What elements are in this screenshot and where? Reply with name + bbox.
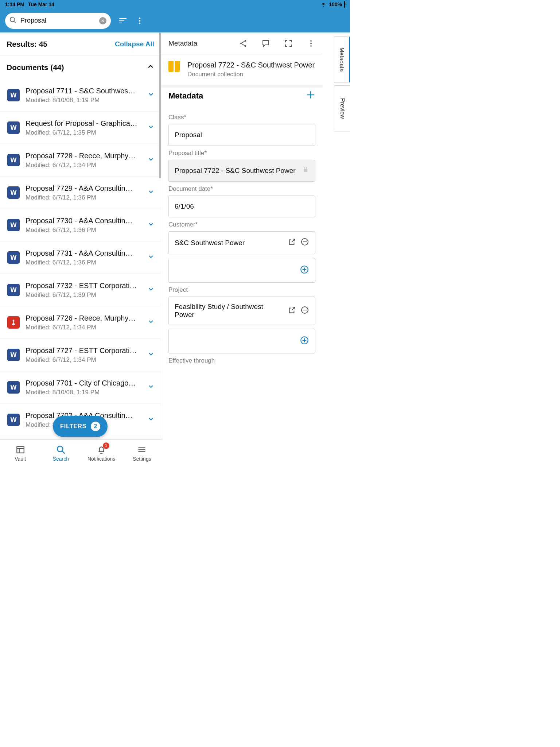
- proposal-title-field: Proposal 7722 - S&C Southwest Power: [168, 160, 315, 182]
- share-icon[interactable]: [239, 39, 248, 48]
- customer-label: Customer*: [168, 221, 315, 228]
- customer-field[interactable]: S&C Southwest Power: [168, 231, 315, 254]
- result-title: Proposal 7730 - A&A Consultin…: [26, 217, 140, 225]
- project-label: Project: [168, 286, 315, 294]
- metadata-section-label: Metadata: [168, 91, 203, 101]
- collapse-all-button[interactable]: Collapse All: [115, 40, 154, 48]
- chevron-down-icon[interactable]: [145, 351, 156, 359]
- remove-customer-icon[interactable]: [300, 237, 309, 248]
- result-title: Proposal 7731 - A&A Consultin…: [26, 249, 140, 258]
- result-title: Proposal 7711 - S&C Southwes…: [26, 87, 140, 95]
- open-project-icon[interactable]: [288, 306, 296, 316]
- status-date: Tue Mar 14: [28, 1, 54, 7]
- chevron-up-icon: [147, 63, 154, 72]
- chevron-down-icon[interactable]: [145, 253, 156, 262]
- bottom-nav: Vault Search 1 Notifications Settings: [0, 439, 162, 467]
- comment-icon[interactable]: [261, 39, 270, 48]
- notification-badge: 1: [103, 442, 109, 449]
- sort-icon[interactable]: [118, 16, 128, 26]
- result-subtitle: Modified: 6/7/12, 1:35 PM: [26, 129, 140, 136]
- svg-point-1: [139, 18, 140, 19]
- result-row[interactable]: WProposal 7730 - A&A Consultin…Modified:…: [0, 209, 161, 241]
- side-tab-preview[interactable]: Preview: [334, 85, 350, 131]
- word-icon: W: [7, 89, 20, 101]
- class-field[interactable]: Proposal: [168, 124, 315, 146]
- detail-more-icon[interactable]: [307, 39, 315, 48]
- fullscreen-icon[interactable]: [284, 39, 293, 48]
- result-subtitle: Modified: 6/7/12, 1:36 PM: [26, 227, 140, 234]
- chevron-down-icon[interactable]: [145, 416, 156, 424]
- nav-settings[interactable]: Settings: [122, 440, 162, 467]
- side-tab-metadata[interactable]: Metadata: [334, 36, 350, 82]
- result-subtitle: Modified: 6/7/12, 1:34 PM: [26, 324, 140, 331]
- nav-notifications[interactable]: 1 Notifications: [81, 440, 122, 467]
- group-header-documents[interactable]: Documents (44): [0, 55, 161, 79]
- result-title: Proposal 7727 - ESTT Corporati…: [26, 347, 140, 355]
- detail-toolbar: Metadata: [161, 32, 323, 54]
- chevron-down-icon[interactable]: [145, 318, 156, 327]
- svg-point-8: [310, 43, 312, 44]
- chevron-down-icon[interactable]: [145, 189, 156, 197]
- result-subtitle: Modified: 8/10/08, 1:19 PM: [26, 97, 140, 104]
- effective-through-label: Effective through: [168, 357, 315, 364]
- result-row[interactable]: WProposal 7701 - City of Chicago…Modifie…: [0, 371, 161, 404]
- chevron-down-icon[interactable]: [145, 286, 156, 294]
- nav-vault[interactable]: Vault: [0, 440, 40, 467]
- top-bar: Proposal ✕: [0, 9, 350, 32]
- chevron-down-icon[interactable]: [145, 124, 156, 132]
- pdf-icon: [7, 316, 20, 329]
- more-icon[interactable]: [135, 16, 144, 26]
- svg-point-3: [139, 23, 140, 24]
- result-row[interactable]: WProposal 7728 - Reece, Murphy…Modified:…: [0, 144, 161, 177]
- chevron-down-icon[interactable]: [145, 221, 156, 229]
- project-field[interactable]: Feasibility Study / Southwest Power: [168, 297, 315, 325]
- chevron-down-icon[interactable]: [145, 156, 156, 165]
- clear-search-icon[interactable]: ✕: [99, 17, 106, 24]
- result-subtitle: Modified: 6/7/12, 1:34 PM: [26, 162, 140, 169]
- battery-icon: [344, 1, 345, 7]
- battery-percent: 100%: [329, 1, 342, 7]
- detail-panel: Metadata Proposal 772: [161, 32, 323, 439]
- result-row[interactable]: WProposal 7727 - ESTT Corporati…Modified…: [0, 339, 161, 371]
- document-date-field[interactable]: 6/1/06: [168, 196, 315, 217]
- result-row[interactable]: WProposal 7731 - A&A Consultin…Modified:…: [0, 241, 161, 274]
- result-subtitle: Modified: 6/7/12, 1:34 PM: [26, 356, 140, 364]
- result-subtitle: Modified: 6/7/12, 1:36 PM: [26, 259, 140, 266]
- results-list[interactable]: Results: 45 Collapse All Documents (44) …: [0, 32, 161, 439]
- wifi-icon: [320, 1, 327, 8]
- lock-icon: [302, 166, 309, 175]
- result-title: Proposal 7701 - City of Chicago…: [26, 379, 140, 387]
- result-title: Proposal 7729 - A&A Consultin…: [26, 184, 140, 193]
- word-icon: W: [7, 154, 20, 166]
- add-customer-icon[interactable]: [300, 265, 309, 276]
- add-customer-row[interactable]: [168, 258, 315, 283]
- search-field[interactable]: Proposal ✕: [5, 13, 111, 29]
- result-row[interactable]: WProposal 7729 - A&A Consultin…Modified:…: [0, 177, 161, 209]
- svg-rect-14: [17, 446, 24, 453]
- document-date-label: Document date*: [168, 185, 315, 193]
- result-row[interactable]: WProposal 7711 - S&C Southwes…Modified: …: [0, 79, 161, 112]
- add-project-row[interactable]: [168, 329, 315, 353]
- filters-label: FILTERS: [60, 423, 86, 430]
- chevron-down-icon[interactable]: [145, 91, 156, 100]
- status-bar: 1:14 PM Tue Mar 14 100%: [0, 0, 350, 9]
- filters-count: 2: [91, 422, 100, 431]
- word-icon: W: [7, 121, 20, 134]
- result-row[interactable]: Proposal 7726 - Reece, Murphy…Modified: …: [0, 306, 161, 339]
- remove-project-icon[interactable]: [300, 306, 309, 316]
- open-customer-icon[interactable]: [288, 238, 296, 248]
- nav-search[interactable]: Search: [40, 440, 81, 467]
- word-icon: W: [7, 251, 20, 264]
- status-time: 1:14 PM: [5, 1, 24, 7]
- document-type: Document collection: [187, 71, 315, 78]
- class-label: Class*: [168, 114, 315, 121]
- add-metadata-icon[interactable]: [306, 90, 315, 102]
- result-row[interactable]: WRequest for Proposal - Graphica…Modifie…: [0, 112, 161, 144]
- add-project-icon[interactable]: [300, 336, 309, 347]
- result-subtitle: Modified: 6/7/12, 1:39 PM: [26, 291, 140, 299]
- result-row[interactable]: WProposal 7732 - ESTT Corporati…Modified…: [0, 274, 161, 306]
- result-subtitle: Modified: 6/7/12, 1:36 PM: [26, 194, 140, 201]
- search-text: Proposal: [20, 17, 96, 24]
- chevron-down-icon[interactable]: [145, 383, 156, 392]
- filters-button[interactable]: FILTERS 2: [53, 416, 108, 437]
